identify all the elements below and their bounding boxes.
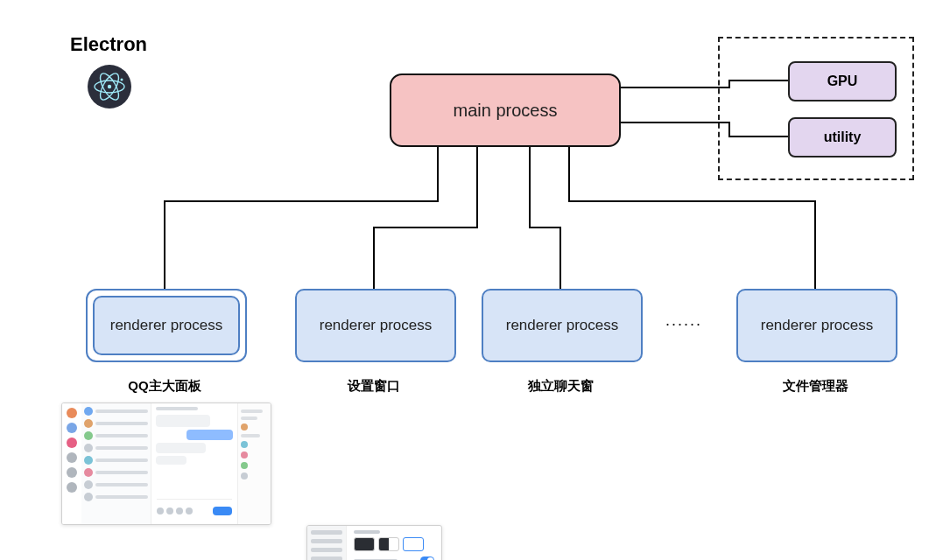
caption-chat: 独立聊天窗	[482, 378, 639, 395]
qq-conversation-list	[81, 403, 151, 524]
main-process-label: main process	[454, 101, 558, 121]
gpu-label: GPU	[827, 74, 858, 89]
renderer-3-label: renderer process	[506, 317, 619, 334]
settings-sidebar	[307, 526, 347, 560]
renderer-4-label: renderer process	[761, 317, 874, 334]
module-group	[718, 37, 914, 180]
utility-label: utility	[824, 130, 862, 145]
thumb-qq-main	[61, 402, 271, 525]
renderer-1-box: renderer process	[93, 296, 240, 355]
title-electron: Electron	[70, 33, 147, 56]
renderer-4-box: renderer process	[736, 289, 897, 362]
svg-point-3	[108, 85, 111, 88]
qq-aside	[237, 403, 271, 524]
renderer-1-label: renderer process	[110, 317, 223, 334]
caption-qq-main: QQ主大面板	[86, 378, 243, 395]
qq-sidebar	[62, 403, 82, 524]
renderer-2-label: renderer process	[320, 317, 433, 334]
renderer-ellipsis: ······	[665, 315, 702, 333]
caption-settings: 设置窗口	[295, 378, 453, 395]
electron-logo-icon	[88, 65, 131, 108]
renderer-2-box: renderer process	[295, 289, 456, 362]
main-process-box: main process	[390, 74, 621, 147]
settings-main	[347, 526, 441, 560]
svg-point-4	[121, 79, 123, 81]
renderer-1-outer: renderer process	[86, 289, 247, 362]
toggle-icon	[420, 556, 434, 560]
thumb-settings	[306, 525, 442, 560]
gpu-module-box: GPU	[788, 61, 897, 102]
utility-module-box: utility	[788, 117, 897, 158]
diagram-canvas: Electron main	[0, 0, 943, 560]
caption-files: 文件管理器	[736, 378, 894, 395]
qq-chat-area	[151, 403, 237, 524]
renderer-3-box: renderer process	[482, 289, 643, 362]
